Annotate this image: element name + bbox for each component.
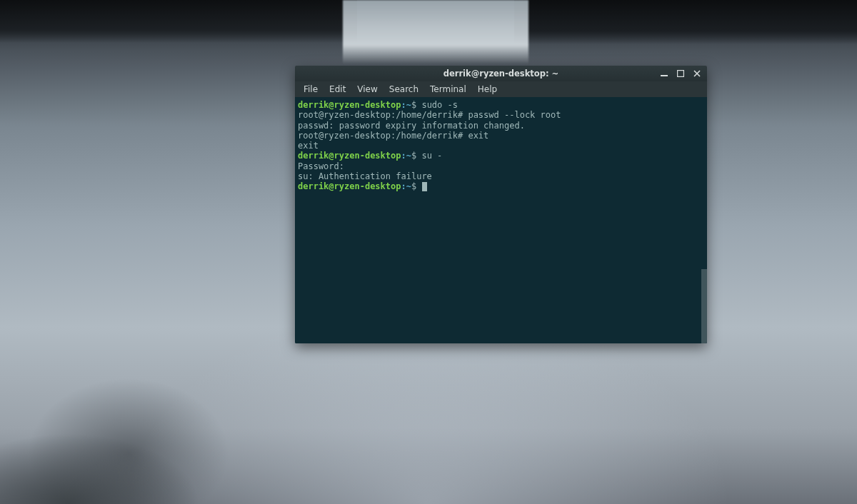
minimize-icon	[661, 70, 668, 77]
wallpaper-rocks	[0, 390, 229, 504]
svg-rect-0	[661, 75, 668, 76]
menu-search[interactable]: Search	[384, 83, 424, 96]
minimize-button[interactable]	[660, 69, 668, 78]
menu-edit[interactable]: Edit	[324, 83, 351, 96]
terminal-cursor	[422, 182, 427, 191]
terminal-line: derrik@ryzen-desktop:~$ sudo -s	[298, 100, 704, 110]
terminal-line: passwd: password expiry information chan…	[298, 121, 704, 131]
terminal-line: Password:	[298, 161, 704, 171]
terminal-window[interactable]: derrik@ryzen-desktop: ~ File Edit View S…	[295, 66, 707, 343]
terminal-line-current: derrik@ryzen-desktop:~$	[298, 181, 704, 191]
close-button[interactable]	[693, 69, 701, 78]
menu-help[interactable]: Help	[472, 83, 503, 96]
terminal-line: root@ryzen-desktop:/home/derrik# passwd …	[298, 110, 704, 120]
terminal-line: derrik@ryzen-desktop:~$ su -	[298, 151, 704, 161]
maximize-button[interactable]	[676, 69, 685, 78]
menu-bar: File Edit View Search Terminal Help	[295, 81, 707, 97]
terminal-line: exit	[298, 141, 704, 151]
menu-file[interactable]: File	[298, 83, 324, 96]
terminal-scrollbar[interactable]	[701, 269, 707, 343]
menu-view[interactable]: View	[351, 83, 383, 96]
terminal-line: root@ryzen-desktop:/home/derrik# exit	[298, 131, 704, 141]
close-icon	[693, 70, 701, 77]
menu-terminal[interactable]: Terminal	[424, 83, 472, 96]
svg-rect-1	[678, 71, 684, 77]
wallpaper-cliff-right	[514, 0, 857, 44]
terminal-line: su: Authentication failure	[298, 171, 704, 181]
window-controls	[657, 66, 704, 81]
wallpaper-waterfall	[343, 0, 528, 64]
maximize-icon	[677, 70, 684, 77]
wallpaper-cliff-left	[0, 0, 357, 43]
terminal-output[interactable]: derrik@ryzen-desktop:~$ sudo -sroot@ryze…	[295, 97, 707, 343]
window-title: derrik@ryzen-desktop: ~	[295, 69, 707, 79]
window-titlebar[interactable]: derrik@ryzen-desktop: ~	[295, 66, 707, 81]
